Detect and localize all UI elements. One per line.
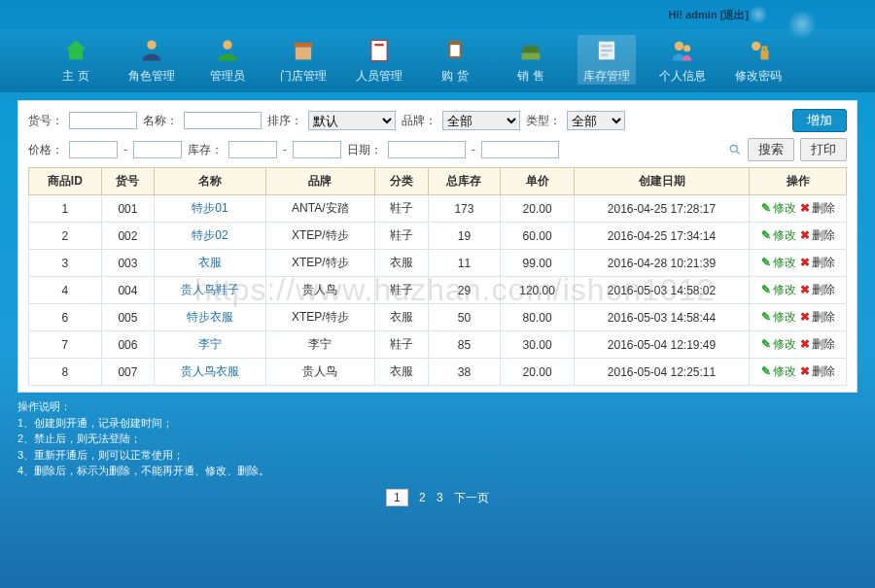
cell-stock: 173	[428, 195, 501, 223]
table-row: 2002特步02XTEP/特步鞋子1960.002016-04-25 17:34…	[29, 223, 847, 250]
cell-id: 1	[29, 195, 102, 223]
product-link[interactable]: 贵人鸟衣服	[181, 364, 239, 378]
svg-rect-3	[296, 48, 311, 60]
type-select[interactable]: 全部	[567, 111, 625, 130]
edit-link[interactable]: 修改	[761, 337, 796, 351]
stock-max-input[interactable]	[293, 141, 341, 158]
search-button[interactable]: 搜索	[748, 138, 794, 161]
print-button[interactable]: 打印	[800, 138, 847, 161]
name-label: 名称：	[143, 113, 178, 129]
sort-select[interactable]: 默认	[308, 111, 396, 130]
date-from-input[interactable]	[388, 141, 466, 158]
sku-label: 货号：	[28, 113, 63, 129]
note-line: 2、禁止后，则无法登陆；	[18, 431, 858, 447]
delete-link[interactable]: 删除	[800, 283, 835, 296]
product-link[interactable]: 衣服	[198, 256, 222, 269]
cell-cat: 衣服	[374, 250, 428, 277]
nav-buy[interactable]: 购 货	[426, 35, 484, 85]
cell-name: 李宁	[155, 331, 265, 359]
note-line: 3、重新开通后，则可以正常使用；	[18, 447, 858, 464]
nav-admin[interactable]: 管理员	[198, 35, 257, 85]
nav-label: 主 页	[62, 68, 88, 85]
svg-rect-8	[522, 52, 541, 59]
stock-label: 库存：	[188, 142, 223, 158]
filter-row-2: 价格： - 库存： - 日期： - 搜索 打印	[28, 138, 847, 161]
cell-cat: 鞋子	[374, 331, 428, 359]
note-title: 操作说明：	[18, 398, 858, 415]
nav-home[interactable]: 主 页	[47, 35, 105, 85]
date-to-input[interactable]	[481, 141, 559, 158]
table-row: 3003衣服XTEP/特步衣服1199.002016-04-28 10:21:3…	[29, 250, 847, 277]
delete-link[interactable]: 删除	[800, 364, 835, 378]
cell-brand: ANTA/安踏	[265, 195, 374, 223]
table-row: 8007贵人鸟衣服贵人鸟衣服3820.002016-05-04 12:25:11…	[29, 359, 847, 386]
product-link[interactable]: 特步01	[192, 201, 228, 215]
cell-id: 8	[29, 359, 102, 386]
delete-link[interactable]: 删除	[800, 337, 835, 351]
edit-link[interactable]: 修改	[761, 228, 796, 242]
product-link[interactable]: 李宁	[198, 337, 222, 351]
table-row: 7006李宁李宁鞋子8530.002016-05-04 12:19:49修改删除	[29, 331, 847, 359]
price-max-input[interactable]	[133, 141, 182, 158]
content-panel: 货号： 名称： 排序： 默认 品牌： 全部 类型： 全部 增加 价格： - 库存…	[18, 100, 858, 393]
type-label: 类型：	[526, 113, 561, 129]
nav-label: 修改密码	[735, 68, 782, 85]
delete-link[interactable]: 删除	[800, 201, 835, 215]
cell-name: 特步02	[155, 223, 265, 250]
product-link[interactable]: 贵人鸟鞋子	[181, 283, 239, 296]
stock-min-input[interactable]	[228, 141, 277, 158]
product-link[interactable]: 特步衣服	[187, 310, 233, 324]
svg-rect-7	[450, 45, 459, 56]
cell-sku: 004	[101, 277, 155, 304]
edit-link[interactable]: 修改	[761, 201, 796, 215]
page-2[interactable]: 2	[419, 491, 426, 504]
cell-price: 120.00	[501, 277, 575, 304]
th-price: 单价	[501, 168, 575, 195]
cell-id: 7	[29, 331, 102, 359]
edit-link[interactable]: 修改	[761, 310, 796, 324]
cell-op: 修改删除	[750, 277, 847, 304]
cell-id: 6	[29, 304, 102, 331]
th-sku: 货号	[101, 168, 155, 195]
svg-point-1	[223, 41, 231, 50]
price-label: 价格：	[28, 142, 63, 158]
delete-link[interactable]: 删除	[800, 256, 835, 269]
nav-label: 人员管理	[356, 68, 402, 85]
page-1[interactable]: 1	[386, 489, 408, 506]
nav-stock[interactable]: 库存管理	[578, 35, 636, 85]
nav-sell[interactable]: 销 售	[502, 35, 560, 85]
cell-stock: 11	[428, 250, 501, 277]
cell-date: 2016-04-28 10:21:39	[575, 250, 750, 277]
name-input[interactable]	[184, 112, 262, 129]
delete-link[interactable]: 删除	[800, 310, 835, 324]
cell-price: 80.00	[501, 304, 575, 331]
range-sep: -	[283, 143, 287, 156]
cell-date: 2016-05-04 12:19:49	[575, 331, 750, 359]
nav-label: 销 售	[517, 68, 543, 85]
page-next[interactable]: 下一页	[454, 490, 489, 506]
product-link[interactable]: 特步02	[192, 228, 228, 242]
page-3[interactable]: 3	[437, 491, 443, 504]
edit-link[interactable]: 修改	[761, 283, 796, 296]
edit-link[interactable]: 修改	[761, 256, 796, 269]
nav-store[interactable]: 门店管理	[274, 35, 332, 85]
cell-brand: 李宁	[265, 331, 374, 359]
edit-link[interactable]: 修改	[761, 364, 796, 378]
note-line: 1、创建则开通，记录创建时间；	[18, 415, 858, 432]
operation-note: 操作说明： 1、创建则开通，记录创建时间； 2、禁止后，则无法登陆； 3、重新开…	[18, 398, 858, 479]
brand-label: 品牌：	[402, 113, 437, 129]
cell-brand: XTEP/特步	[265, 223, 374, 250]
table-row: 6005特步衣服XTEP/特步衣服5080.002016-05-03 14:58…	[29, 304, 847, 331]
range-sep: -	[123, 143, 127, 156]
nav-role[interactable]: 角色管理	[122, 35, 181, 85]
cell-op: 修改删除	[750, 195, 847, 223]
delete-link[interactable]: 删除	[800, 228, 835, 242]
nav-staff[interactable]: 人员管理	[350, 35, 408, 85]
th-op: 操作	[750, 168, 847, 195]
sort-label: 排序：	[267, 113, 302, 129]
add-button[interactable]: 增加	[792, 109, 847, 132]
nav-label: 购 货	[441, 68, 468, 85]
brand-select[interactable]: 全部	[442, 111, 520, 130]
price-min-input[interactable]	[69, 141, 118, 158]
sku-input[interactable]	[69, 112, 137, 129]
